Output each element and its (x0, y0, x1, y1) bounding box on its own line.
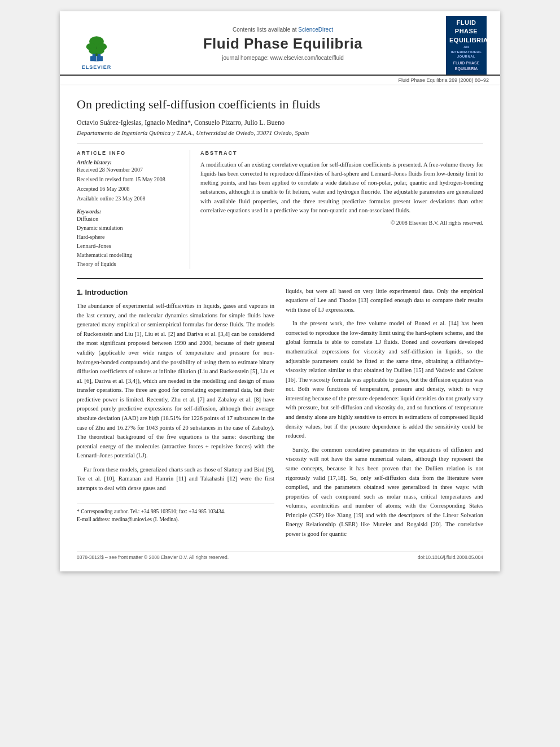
keywords-list: Diffusion Dynamic simulation Hard-sphere… (77, 215, 178, 269)
article-title: On predicting self-diffusion coefficient… (77, 97, 483, 113)
authors: Octavio Suárez-Iglesias, Ignacio Medina*… (77, 119, 483, 127)
elsevier-tree-icon (80, 32, 113, 63)
right-para-3: Surely, the common correlative parameter… (286, 445, 483, 539)
abstract-col: ABSTRACT A modification of an existing c… (190, 150, 483, 269)
keywords-label: Keywords: (77, 208, 178, 215)
badge-subtitle2: FLUID PHASE EQUILIBRIA (449, 60, 483, 72)
journal-homepage-line: journal homepage: www.elsevier.com/locat… (222, 55, 344, 61)
footer-doi: doi:10.1016/j.fluid.2008.05.004 (418, 554, 483, 560)
history-label: Article history: (77, 159, 178, 165)
available-online-date: Available online 23 May 2008 (77, 194, 178, 203)
keyword-2: Dynamic simulation (77, 224, 178, 233)
badge-subtitle: AN INTERNATIONAL JOURNAL (449, 45, 483, 59)
body-columns: 1. Introduction The abundance of experim… (77, 287, 483, 544)
abstract-text: A modification of an existing correlativ… (200, 160, 483, 216)
homepage-text: journal homepage: www.elsevier.com/locat… (222, 55, 344, 61)
journal-title-header: Fluid Phase Equilibria (203, 35, 363, 53)
abstract-title: ABSTRACT (200, 150, 483, 156)
article-info-title: ARTICLE INFO (77, 150, 178, 156)
journal-badge: FLUID PHASE EQUILIBRIA AN INTERNATIONAL … (444, 16, 489, 75)
keyword-3: Hard-sphere (77, 233, 178, 242)
elsevier-logo: ELSEVIER (71, 16, 122, 75)
footnote-email: E-mail address: medina@uniovi.es (I. Med… (77, 516, 274, 523)
affiliation: Departamento de Ingeniería Química y T.M… (77, 129, 483, 136)
footer-strip: 0378-3812/$ – see front matter © 2008 El… (77, 552, 483, 560)
badge-title: FLUID PHASE EQUILIBRIA (449, 19, 483, 45)
revised-date: Received in revised form 15 May 2008 (77, 175, 178, 184)
journal-page: ELSEVIER Contents lists available at Sci… (60, 11, 500, 571)
received-date: Received 28 November 2007 (77, 165, 178, 174)
copyright-line: © 2008 Elsevier B.V. All rights reserved… (200, 220, 483, 226)
body-divider (77, 278, 483, 279)
info-section: ARTICLE INFO Article history: Received 2… (77, 150, 483, 269)
body-right-col: liquids, but were all based on very litt… (286, 287, 483, 544)
keyword-1: Diffusion (77, 215, 178, 224)
right-para-1: liquids, but were all based on very litt… (286, 287, 483, 315)
intro-para-1: The abundance of experimental self-diffu… (77, 302, 274, 461)
journal-header: ELSEVIER Contents lists available at Sci… (60, 11, 500, 76)
keyword-4: Lennard–Jones (77, 242, 178, 251)
article-info: ARTICLE INFO Article history: Received 2… (77, 150, 178, 269)
main-content: On predicting self-diffusion coefficient… (60, 85, 500, 571)
accepted-date: Accepted 16 May 2008 (77, 185, 178, 193)
keywords-section: Keywords: Diffusion Dynamic simulation H… (77, 208, 178, 269)
footnote-area: * Corresponding author. Tel.: +34 985 10… (77, 504, 274, 524)
footer-issn: 0378-3812/$ – see front matter © 2008 El… (77, 554, 229, 560)
right-para-2: In the present work, the free volume mod… (286, 319, 483, 441)
contents-label: Contents lists available at (233, 27, 296, 33)
intro-section-title: 1. Introduction (77, 287, 274, 299)
sciencedirect-line: Contents lists available at ScienceDirec… (233, 27, 333, 33)
elsevier-label: ELSEVIER (82, 64, 112, 70)
intro-para-2: Far from these models, generalized chart… (77, 465, 274, 493)
sciencedirect-link[interactable]: ScienceDirect (298, 27, 333, 33)
footnote-corresponding: * Corresponding author. Tel.: +34 985 10… (77, 508, 274, 516)
header-divider (77, 143, 483, 143)
svg-point-7 (95, 47, 104, 54)
journal-center: Contents lists available at ScienceDirec… (122, 16, 444, 75)
keyword-6: Theory of liquids (77, 260, 178, 269)
keyword-5: Mathematical modelling (77, 251, 178, 260)
journal-info-line: Fluid Phase Equilibria 269 (2008) 80–92 (60, 76, 500, 85)
badge-box: FLUID PHASE EQUILIBRIA AN INTERNATIONAL … (446, 16, 487, 75)
body-left-col: 1. Introduction The abundance of experim… (77, 287, 274, 544)
